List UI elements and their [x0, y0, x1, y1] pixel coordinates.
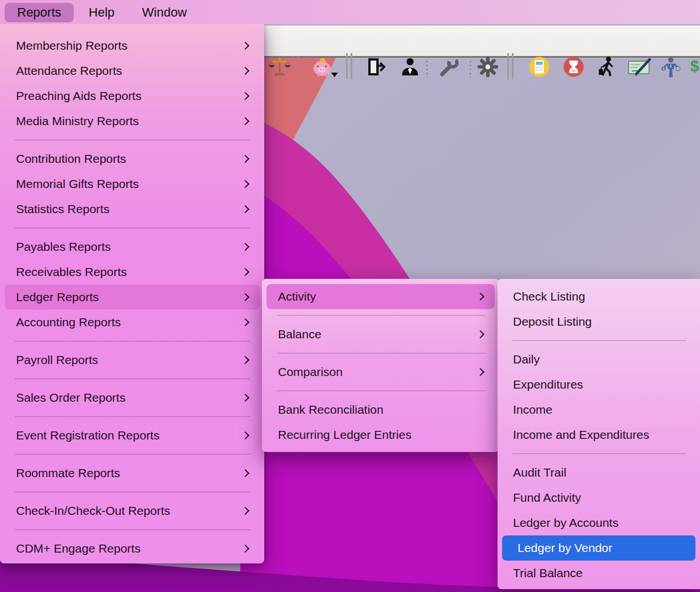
- exit-door-icon[interactable]: [364, 55, 387, 78]
- menu-separator: [15, 529, 250, 530]
- settings-gear-icon[interactable]: [476, 55, 499, 78]
- dollar-icon[interactable]: $: [690, 58, 699, 75]
- menu-item-label: Roommate Reports: [16, 466, 242, 480]
- traveler-icon[interactable]: [595, 55, 618, 78]
- menu-item-accounting-reports[interactable]: Accounting Reports: [0, 310, 264, 335]
- menu-separator: [15, 341, 250, 342]
- menu-item-roommate-reports[interactable]: Roommate Reports: [0, 461, 264, 486]
- menu-item-label: Payables Reports: [16, 240, 242, 254]
- chevron-right-icon: [241, 293, 249, 301]
- menu-item-media-ministry-reports[interactable]: Media Ministry Reports: [0, 109, 264, 134]
- chevron-right-icon: [241, 394, 249, 402]
- menu-item-bank-reconciliation[interactable]: Bank Reconciliation: [262, 397, 499, 422]
- menu-item-payables-reports[interactable]: Payables Reports: [0, 234, 264, 259]
- menu-separator: [15, 491, 250, 493]
- menu-item-fund-activity[interactable]: Fund Activity: [498, 485, 700, 510]
- menu-item-label: Event Registration Reports: [16, 429, 242, 442]
- menu-item-deposit-listing[interactable]: Deposit Listing: [498, 309, 700, 334]
- menu-item-statistics-reports[interactable]: Statistics Reports: [0, 197, 264, 222]
- chevron-right-icon: [241, 205, 249, 213]
- menu-separator: [15, 416, 250, 417]
- menu-item-label: Expenditures: [513, 378, 686, 391]
- menu-item-comparison[interactable]: Comparison: [262, 359, 499, 385]
- menu-item-payroll-reports[interactable]: Payroll Reports: [0, 347, 264, 373]
- menu-item-label: Membership Reports: [16, 39, 242, 53]
- menu-item-label: CDM+ Engage Reports: [16, 542, 242, 555]
- piggy-bank-icon[interactable]: [311, 55, 339, 78]
- menu-separator: [512, 453, 686, 454]
- menu-item-membership-reports[interactable]: Membership Reports: [0, 33, 264, 58]
- menu-item-label: Activity: [278, 290, 478, 303]
- menu-item-audit-trail[interactable]: Audit Trail: [498, 460, 700, 485]
- menu-separator: [15, 378, 250, 379]
- menu-item-sales-order-reports[interactable]: Sales Order Reports: [0, 385, 264, 410]
- menu-item-label: Statistics Reports: [16, 202, 242, 216]
- menu-item-ledger-by-accounts[interactable]: Ledger by Accounts: [498, 510, 700, 535]
- wrench-icon[interactable]: [438, 55, 460, 78]
- menu-item-contribution-reports[interactable]: Contribution Reports: [0, 146, 264, 171]
- menu-item-event-registration-reports[interactable]: Event Registration Reports: [0, 423, 264, 448]
- menu-item-income[interactable]: Income: [498, 397, 700, 422]
- menu-item-check-in-check-out-reports[interactable]: Check-In/Check-Out Reports: [0, 498, 264, 523]
- menubar-item-window[interactable]: Window: [129, 3, 199, 22]
- menu-separator: [512, 340, 686, 341]
- check-writing-icon[interactable]: [627, 55, 654, 78]
- menu-item-label: Audit Trail: [513, 466, 686, 479]
- menu-item-label: Media Ministry Reports: [16, 114, 242, 128]
- menu-separator: [277, 390, 486, 391]
- menu-item-check-listing[interactable]: Check Listing: [498, 284, 700, 309]
- chevron-right-icon: [241, 469, 249, 477]
- menu-separator: [277, 353, 486, 354]
- calculator-icon[interactable]: [528, 55, 551, 78]
- reports-menu: Membership Reports Attendance Reports Pr…: [0, 24, 264, 563]
- chevron-right-icon: [241, 67, 249, 75]
- chevron-right-icon: [241, 92, 249, 100]
- menu-item-preaching-aids-reports[interactable]: Preaching Aids Reports: [0, 83, 264, 109]
- menu-item-label: Trial Balance: [513, 566, 686, 580]
- chevron-right-icon: [241, 243, 249, 251]
- menubar-item-help[interactable]: Help: [76, 3, 127, 22]
- menu-item-label: Income: [513, 403, 686, 417]
- menu-item-expenditures[interactable]: Expenditures: [498, 372, 700, 397]
- menu-item-label: Preaching Aids Reports: [16, 89, 242, 103]
- menu-item-label: Ledger by Accounts: [513, 516, 686, 530]
- menu-item-label: Ledger Reports: [16, 290, 242, 304]
- chevron-right-icon: [241, 117, 249, 125]
- chevron-right-icon: [241, 180, 249, 188]
- menu-item-receivables-reports[interactable]: Receivables Reports: [0, 259, 264, 285]
- menu-item-label: Bank Reconciliation: [278, 403, 486, 417]
- menubar-item-reports[interactable]: Reports: [5, 3, 74, 22]
- hourglass-icon[interactable]: [562, 55, 585, 78]
- menu-item-label: Contribution Reports: [16, 152, 242, 166]
- chevron-right-icon: [241, 155, 249, 163]
- menu-item-label: Daily: [513, 353, 686, 366]
- menu-item-label: Receivables Reports: [16, 265, 242, 279]
- chevron-right-icon: [241, 545, 249, 553]
- menu-item-label: Recurring Ledger Entries: [278, 428, 486, 442]
- user-suit-icon[interactable]: [399, 55, 421, 78]
- menu-item-ledger-reports[interactable]: Ledger Reports: [5, 285, 260, 310]
- menu-item-label: Comparison: [278, 365, 478, 379]
- menu-item-trial-balance[interactable]: Trial Balance: [498, 561, 700, 586]
- menu-item-activity[interactable]: Activity: [267, 284, 495, 309]
- toolbar-separator-double: [507, 53, 514, 79]
- ledger-reports-submenu: Activity Balance Comparison Bank Reconci…: [262, 279, 499, 452]
- scales-icon[interactable]: [268, 55, 291, 78]
- menu-item-daily[interactable]: Daily: [498, 347, 700, 372]
- menu-item-income-and-expenditures[interactable]: Income and Expenditures: [498, 422, 700, 447]
- menu-item-label: Payroll Reports: [16, 353, 242, 367]
- toolbar-separator-dotted: [470, 57, 471, 77]
- menu-item-cdm-engage-reports[interactable]: CDM+ Engage Reports: [0, 536, 264, 561]
- chevron-right-icon: [241, 318, 249, 326]
- menu-item-balance[interactable]: Balance: [262, 322, 499, 347]
- payroll-person-icon[interactable]: $: [659, 55, 682, 78]
- menu-item-memorial-gifts-reports[interactable]: Memorial Gifts Reports: [0, 171, 264, 197]
- toolbar-separator-double: [346, 53, 352, 79]
- menu-item-ledger-by-vendor[interactable]: Ledger by Vendor: [502, 535, 695, 561]
- chevron-right-icon: [241, 356, 249, 364]
- menu-item-label: Sales Order Reports: [16, 391, 242, 405]
- menu-item-attendance-reports[interactable]: Attendance Reports: [0, 58, 264, 83]
- menu-item-recurring-ledger-entries[interactable]: Recurring Ledger Entries: [262, 422, 499, 447]
- chevron-right-icon: [476, 368, 484, 376]
- menu-bar: Reports Help Window: [0, 0, 700, 24]
